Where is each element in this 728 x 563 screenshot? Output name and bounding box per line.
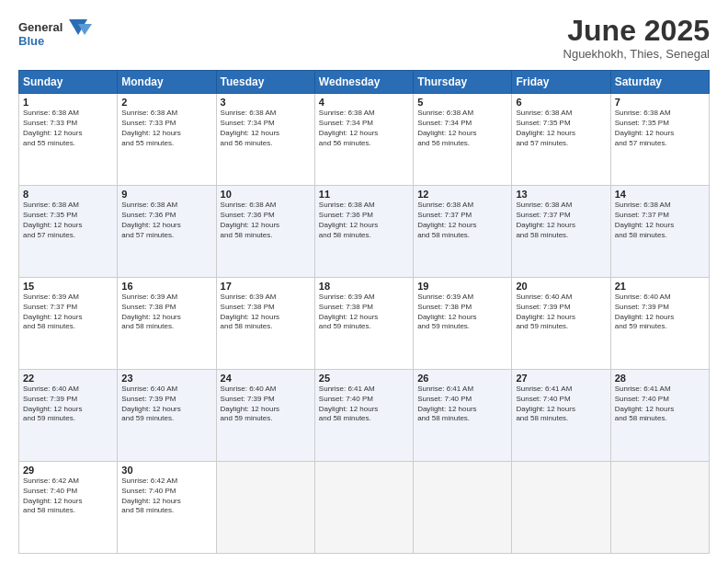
table-row: 19Sunrise: 6:39 AM Sunset: 7:38 PM Dayli…: [414, 278, 512, 370]
day-info: Sunrise: 6:41 AM Sunset: 7:40 PM Dayligh…: [319, 385, 409, 424]
day-info: Sunrise: 6:38 AM Sunset: 7:33 PM Dayligh…: [121, 109, 211, 148]
day-number: 18: [319, 281, 409, 292]
day-number: 30: [121, 465, 211, 476]
day-number: 24: [221, 373, 311, 384]
day-number: 15: [23, 281, 113, 292]
day-info: Sunrise: 6:38 AM Sunset: 7:36 PM Dayligh…: [121, 201, 211, 240]
table-row: 13Sunrise: 6:38 AM Sunset: 7:37 PM Dayli…: [512, 186, 610, 278]
day-number: 28: [615, 373, 705, 384]
day-number: 3: [221, 97, 311, 108]
page: General Blue June 2025 Nguekhokh, Thies,…: [0, 0, 728, 563]
month-title: June 2025: [563, 15, 710, 47]
day-number: 2: [121, 97, 211, 108]
table-row: 11Sunrise: 6:38 AM Sunset: 7:36 PM Dayli…: [314, 186, 413, 278]
col-saturday: Saturday: [610, 71, 709, 94]
col-wednesday: Wednesday: [314, 71, 413, 94]
day-info: Sunrise: 6:38 AM Sunset: 7:36 PM Dayligh…: [221, 201, 311, 240]
week-row: 1Sunrise: 6:38 AM Sunset: 7:33 PM Daylig…: [19, 94, 710, 186]
day-number: 11: [319, 189, 409, 200]
day-info: Sunrise: 6:38 AM Sunset: 7:35 PM Dayligh…: [23, 201, 113, 240]
table-row: 3Sunrise: 6:38 AM Sunset: 7:34 PM Daylig…: [216, 94, 314, 186]
title-area: June 2025 Nguekhokh, Thies, Senegal: [563, 15, 710, 61]
col-monday: Monday: [118, 71, 216, 94]
table-row: 17Sunrise: 6:39 AM Sunset: 7:38 PM Dayli…: [216, 278, 314, 370]
table-row: 21Sunrise: 6:40 AM Sunset: 7:39 PM Dayli…: [610, 278, 709, 370]
table-row: 7Sunrise: 6:38 AM Sunset: 7:35 PM Daylig…: [610, 94, 709, 186]
col-sunday: Sunday: [19, 71, 118, 94]
day-info: Sunrise: 6:38 AM Sunset: 7:37 PM Dayligh…: [417, 201, 507, 240]
day-number: 10: [221, 189, 311, 200]
day-info: Sunrise: 6:40 AM Sunset: 7:39 PM Dayligh…: [121, 385, 211, 424]
svg-text:Blue: Blue: [18, 34, 44, 48]
day-info: Sunrise: 6:42 AM Sunset: 7:40 PM Dayligh…: [121, 477, 211, 516]
day-info: Sunrise: 6:39 AM Sunset: 7:38 PM Dayligh…: [417, 293, 507, 332]
day-number: 14: [615, 189, 705, 200]
day-number: 7: [615, 97, 705, 108]
day-info: Sunrise: 6:38 AM Sunset: 7:35 PM Dayligh…: [615, 109, 705, 148]
col-friday: Friday: [512, 71, 610, 94]
day-info: Sunrise: 6:39 AM Sunset: 7:37 PM Dayligh…: [23, 293, 113, 332]
day-number: 12: [417, 189, 507, 200]
table-row: 29Sunrise: 6:42 AM Sunset: 7:40 PM Dayli…: [19, 462, 118, 554]
day-info: Sunrise: 6:40 AM Sunset: 7:39 PM Dayligh…: [221, 385, 311, 424]
day-info: Sunrise: 6:38 AM Sunset: 7:34 PM Dayligh…: [417, 109, 507, 148]
col-thursday: Thursday: [414, 71, 512, 94]
day-info: Sunrise: 6:38 AM Sunset: 7:34 PM Dayligh…: [319, 109, 409, 148]
day-number: 22: [23, 373, 113, 384]
day-info: Sunrise: 6:39 AM Sunset: 7:38 PM Dayligh…: [319, 293, 409, 332]
day-info: Sunrise: 6:38 AM Sunset: 7:37 PM Dayligh…: [615, 201, 705, 240]
week-row: 15Sunrise: 6:39 AM Sunset: 7:37 PM Dayli…: [19, 278, 710, 370]
table-row: 1Sunrise: 6:38 AM Sunset: 7:33 PM Daylig…: [19, 94, 118, 186]
day-number: 9: [121, 189, 211, 200]
table-row: 16Sunrise: 6:39 AM Sunset: 7:38 PM Dayli…: [118, 278, 216, 370]
day-number: 29: [23, 465, 113, 476]
day-number: 8: [23, 189, 113, 200]
day-number: 13: [516, 189, 606, 200]
table-row: 28Sunrise: 6:41 AM Sunset: 7:40 PM Dayli…: [610, 370, 709, 462]
table-row: [314, 462, 413, 554]
table-row: 9Sunrise: 6:38 AM Sunset: 7:36 PM Daylig…: [118, 186, 216, 278]
table-row: 10Sunrise: 6:38 AM Sunset: 7:36 PM Dayli…: [216, 186, 314, 278]
table-row: 4Sunrise: 6:38 AM Sunset: 7:34 PM Daylig…: [314, 94, 413, 186]
table-row: [610, 462, 709, 554]
header-row: Sunday Monday Tuesday Wednesday Thursday…: [19, 71, 710, 94]
day-number: 19: [417, 281, 507, 292]
table-row: 8Sunrise: 6:38 AM Sunset: 7:35 PM Daylig…: [19, 186, 118, 278]
table-row: 26Sunrise: 6:41 AM Sunset: 7:40 PM Dayli…: [414, 370, 512, 462]
day-number: 21: [615, 281, 705, 292]
day-info: Sunrise: 6:41 AM Sunset: 7:40 PM Dayligh…: [615, 385, 705, 424]
day-info: Sunrise: 6:38 AM Sunset: 7:35 PM Dayligh…: [516, 109, 606, 148]
day-info: Sunrise: 6:38 AM Sunset: 7:37 PM Dayligh…: [516, 201, 606, 240]
calendar-table: Sunday Monday Tuesday Wednesday Thursday…: [18, 70, 710, 554]
day-info: Sunrise: 6:38 AM Sunset: 7:36 PM Dayligh…: [319, 201, 409, 240]
day-info: Sunrise: 6:38 AM Sunset: 7:33 PM Dayligh…: [23, 109, 113, 148]
table-row: 14Sunrise: 6:38 AM Sunset: 7:37 PM Dayli…: [610, 186, 709, 278]
day-number: 16: [121, 281, 211, 292]
table-row: 15Sunrise: 6:39 AM Sunset: 7:37 PM Dayli…: [19, 278, 118, 370]
table-row: 24Sunrise: 6:40 AM Sunset: 7:39 PM Dayli…: [216, 370, 314, 462]
header: General Blue June 2025 Nguekhokh, Thies,…: [18, 15, 710, 61]
day-number: 25: [319, 373, 409, 384]
day-number: 17: [221, 281, 311, 292]
table-row: 25Sunrise: 6:41 AM Sunset: 7:40 PM Dayli…: [314, 370, 413, 462]
table-row: 18Sunrise: 6:39 AM Sunset: 7:38 PM Dayli…: [314, 278, 413, 370]
day-info: Sunrise: 6:39 AM Sunset: 7:38 PM Dayligh…: [221, 293, 311, 332]
table-row: [414, 462, 512, 554]
logo: General Blue: [18, 15, 101, 52]
table-row: 30Sunrise: 6:42 AM Sunset: 7:40 PM Dayli…: [118, 462, 216, 554]
table-row: 22Sunrise: 6:40 AM Sunset: 7:39 PM Dayli…: [19, 370, 118, 462]
table-row: [216, 462, 314, 554]
day-number: 23: [121, 373, 211, 384]
day-number: 20: [516, 281, 606, 292]
day-info: Sunrise: 6:41 AM Sunset: 7:40 PM Dayligh…: [417, 385, 507, 424]
day-number: 4: [319, 97, 409, 108]
day-number: 26: [417, 373, 507, 384]
week-row: 8Sunrise: 6:38 AM Sunset: 7:35 PM Daylig…: [19, 186, 710, 278]
day-info: Sunrise: 6:42 AM Sunset: 7:40 PM Dayligh…: [23, 477, 113, 516]
day-number: 1: [23, 97, 113, 108]
col-tuesday: Tuesday: [216, 71, 314, 94]
day-info: Sunrise: 6:40 AM Sunset: 7:39 PM Dayligh…: [516, 293, 606, 332]
day-info: Sunrise: 6:38 AM Sunset: 7:34 PM Dayligh…: [221, 109, 311, 148]
day-info: Sunrise: 6:41 AM Sunset: 7:40 PM Dayligh…: [516, 385, 606, 424]
table-row: 12Sunrise: 6:38 AM Sunset: 7:37 PM Dayli…: [414, 186, 512, 278]
